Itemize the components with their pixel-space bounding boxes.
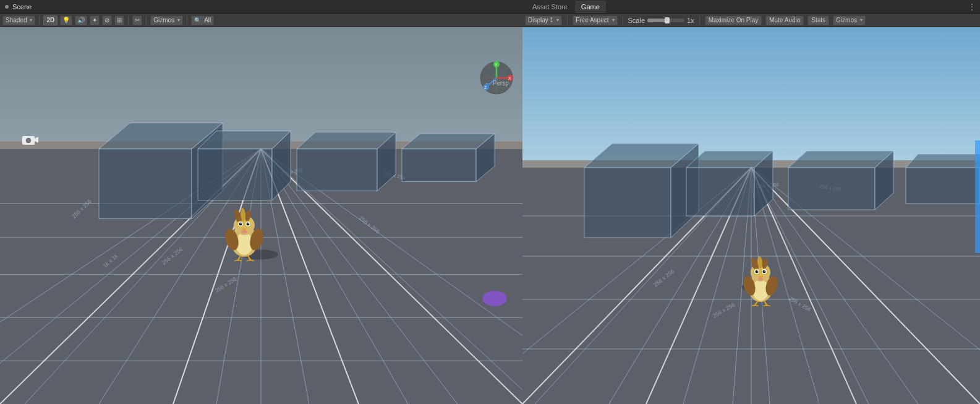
grid-icon[interactable]: ⊞	[114, 15, 124, 25]
svg-point-154	[758, 277, 763, 280]
tab-asset-store[interactable]: Asset Store	[526, 1, 574, 13]
toolbar-sep-1	[39, 16, 40, 25]
svg-line-73	[250, 260, 254, 261]
svg-point-60	[246, 222, 249, 225]
svg-point-57	[239, 222, 242, 225]
all-icon: 🔍	[194, 17, 201, 24]
svg-line-150	[755, 305, 759, 306]
tab-game[interactable]: Game	[575, 1, 606, 13]
pokemon-scene-sprite	[219, 205, 269, 261]
toolbar-sep-2	[128, 16, 129, 25]
blue-edge-object	[975, 140, 980, 254]
scale-thumb[interactable]	[665, 17, 670, 24]
gizmos-game-chevron-icon: ▾	[860, 17, 863, 23]
scene-hand-icon[interactable]: ✂	[132, 15, 142, 25]
maximize-on-play-button[interactable]: Maximize On Play	[705, 15, 762, 25]
svg-marker-124	[906, 168, 980, 204]
scene-toolbar: Shaded ▾ 2D 💡 🔊 ✦ ⊘ ⊞ ✂ Gizmos ▾ 🔍 All	[0, 14, 522, 27]
scene-fx-icon[interactable]: ⊘	[102, 15, 112, 25]
scale-control: Scale 1x	[628, 17, 694, 24]
svg-point-140	[762, 270, 765, 273]
aspect-dropdown[interactable]: Free Aspect ▾	[573, 15, 617, 25]
audio-icon[interactable]: 🔊	[75, 15, 87, 25]
svg-marker-34	[198, 149, 272, 200]
gizmos-dropdown[interactable]: Gizmos ▾	[150, 15, 183, 25]
game-sep-1	[567, 16, 568, 25]
gizmos-chevron-icon: ▾	[177, 17, 180, 23]
gizmos-game-dropdown[interactable]: Gizmos ▾	[833, 15, 866, 25]
svg-line-71	[247, 260, 250, 261]
purple-object	[482, 291, 507, 306]
svg-marker-125	[906, 154, 980, 168]
scene-title-dot	[5, 5, 9, 9]
scene-panel: Scene Shaded ▾ 2D 💡 🔊 ✦ ⊘ ⊞ ✂ Gizmos ▾ 🔍…	[0, 0, 522, 404]
stats-button[interactable]: Stats	[807, 15, 829, 25]
svg-line-147	[764, 301, 767, 305]
svg-line-148	[751, 305, 755, 306]
scale-slider[interactable]	[647, 19, 684, 22]
svg-marker-31	[99, 149, 192, 219]
svg-line-151	[763, 305, 767, 306]
svg-marker-118	[686, 168, 754, 216]
game-viewport[interactable]: .gg { stroke: rgba(180,210,240,0.5); str…	[522, 27, 980, 404]
scene-viewport[interactable]: .grid-line { stroke: rgba(180,210,240,0.…	[0, 27, 522, 404]
game-sep-3	[699, 16, 700, 25]
persp-label: ← Persp	[485, 80, 509, 87]
all-dropdown[interactable]: 🔍 All	[191, 15, 214, 25]
svg-point-137	[755, 270, 758, 273]
scene-tab-label[interactable]: Scene	[12, 3, 32, 11]
svg-line-153	[767, 305, 770, 306]
svg-marker-37	[297, 149, 377, 191]
2d-toggle[interactable]: 2D	[43, 15, 58, 25]
lighting-icon[interactable]: 💡	[60, 15, 72, 25]
svg-point-58	[241, 223, 242, 224]
panel-menu-icon[interactable]: ⋮	[968, 2, 976, 12]
axis-gizmo[interactable]: Y X Z	[480, 61, 514, 95]
camera-icon	[21, 133, 38, 150]
toolbar-sep-4	[187, 16, 187, 25]
mute-audio-button[interactable]: Mute Audio	[765, 15, 804, 25]
svg-point-61	[248, 223, 249, 224]
aspect-chevron-icon: ▾	[612, 17, 615, 23]
svg-point-141	[764, 270, 765, 272]
svg-marker-121	[788, 168, 875, 210]
svg-line-146	[755, 301, 758, 305]
display-chevron-icon: ▾	[556, 17, 559, 23]
game-tabs-bar: Asset Store Game ⋮	[522, 0, 980, 14]
scene-title-bar: Scene	[0, 0, 522, 14]
shading-dropdown[interactable]: Shaded ▾	[2, 15, 35, 25]
game-toolbar: Display 1 ▾ Free Aspect ▾ Scale 1x Maxim…	[522, 14, 980, 27]
effects-icon[interactable]: ✦	[90, 15, 100, 25]
svg-marker-115	[584, 168, 671, 238]
svg-point-138	[757, 270, 758, 272]
svg-line-68	[234, 260, 238, 261]
svg-marker-40	[402, 149, 476, 182]
shading-chevron-icon: ▾	[30, 17, 32, 23]
pokemon-game-sprite	[738, 254, 784, 306]
svg-point-47	[27, 139, 30, 142]
svg-text:Y: Y	[495, 62, 498, 67]
svg-point-74	[241, 230, 247, 234]
svg-line-70	[238, 260, 242, 261]
game-panel: Asset Store Game ⋮ Display 1 ▾ Free Aspe…	[522, 0, 980, 404]
display-dropdown[interactable]: Display 1 ▾	[525, 15, 562, 25]
svg-marker-45	[35, 137, 38, 143]
game-3d-grid: .gg { stroke: rgba(180,210,240,0.5); str…	[522, 27, 980, 404]
game-sep-2	[623, 16, 623, 25]
toolbar-sep-3	[146, 16, 147, 25]
